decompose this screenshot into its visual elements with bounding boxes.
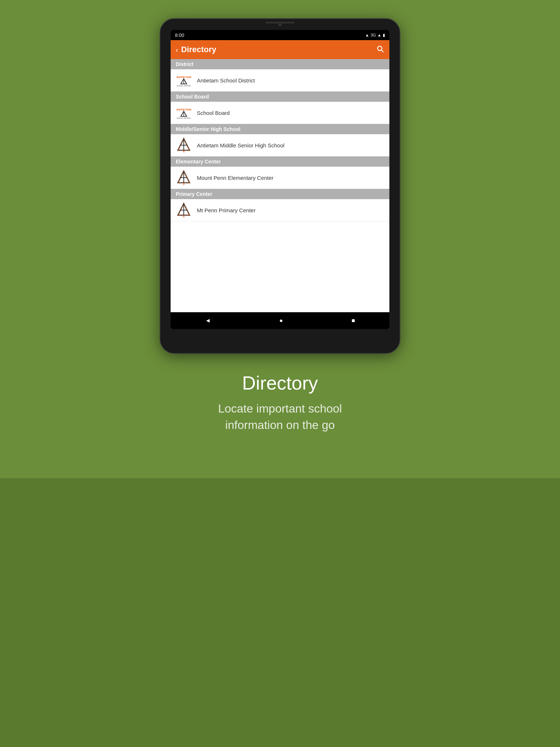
back-nav-button[interactable]: ◄ [198,314,218,327]
tablet-camera [279,23,281,26]
battery-icon: ▮ [383,33,385,38]
list-item-primary[interactable]: A Mt Penn Primary Center [171,199,389,221]
home-nav-button[interactable]: ● [272,314,290,327]
list-content: District ANTIETAM SCHOOL DISTRICT Antiet… [171,59,389,312]
section-header-school-board: School Board [171,92,389,102]
tablet-frame: 8:00 ▲ 3G ▲ ▮ ‹ Directory [160,18,400,354]
svg-text:A: A [183,215,184,218]
antietam-district-name: Antietam School District [197,77,255,84]
app-bar: ‹ Directory [171,40,389,59]
section-header-middle-high: Middle/Senior High School [171,124,389,134]
svg-text:A: A [183,183,184,185]
nav-bar: ◄ ● ■ [171,312,389,329]
status-time: 8:00 [175,32,184,38]
list-item-school-board[interactable]: ANTIETAM SCHOOL DISTRICT School Board [171,102,389,124]
svg-text:A: A [183,150,184,153]
back-button[interactable]: ‹ [176,46,178,54]
elementary-logo: A [176,170,192,186]
page-background: 8:00 ▲ 3G ▲ ▮ ‹ Directory [0,0,560,747]
middle-senior-logo: A [176,137,192,153]
antietam-district-logo: ANTIETAM SCHOOL DISTRICT [176,72,192,88]
elementary-name: Mount Penn Elementary Center [197,175,273,181]
recent-nav-button[interactable]: ■ [344,314,362,327]
primary-logo: A [176,202,192,218]
bottom-subtitle: Locate important schoolinformation on th… [218,400,342,433]
network-label: 3G [370,33,376,37]
page-title: Directory [181,45,376,54]
status-icons: ▲ 3G ▲ ▮ [365,33,385,38]
search-button[interactable] [376,45,384,55]
wifi-icon: ▲ [365,33,369,37]
section-header-elementary: Elementary Center [171,156,389,167]
list-item-middle-senior[interactable]: A Antietam Middle Senior High School [171,134,389,156]
status-bar: 8:00 ▲ 3G ▲ ▮ [171,30,389,40]
tablet-screen: 8:00 ▲ 3G ▲ ▮ ‹ Directory [171,30,389,329]
signal-icon: ▲ [377,33,381,37]
primary-name: Mt Penn Primary Center [197,207,256,213]
bottom-section: Directory Locate important schoolinforma… [218,372,342,433]
list-item-elementary[interactable]: A Mount Penn Elementary Center [171,167,389,189]
section-header-district: District [171,59,389,69]
svg-line-1 [381,50,383,52]
school-board-name: School Board [197,110,230,116]
school-board-logo: ANTIETAM SCHOOL DISTRICT [176,105,192,121]
list-item-antietam-district[interactable]: ANTIETAM SCHOOL DISTRICT Antietam School… [171,69,389,92]
svg-text:SCHOOL DISTRICT: SCHOOL DISTRICT [176,117,191,119]
middle-senior-name: Antietam Middle Senior High School [197,142,284,148]
bottom-title: Directory [242,372,318,394]
section-header-primary: Primary Center [171,189,389,199]
svg-text:SCHOOL DISTRICT: SCHOOL DISTRICT [176,85,191,87]
